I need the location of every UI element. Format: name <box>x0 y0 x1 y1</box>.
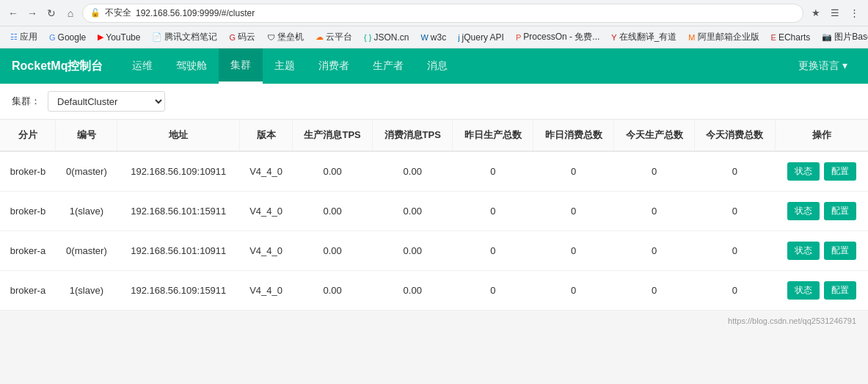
bookmark-apps-label: 应用 <box>20 31 37 43</box>
menu-button[interactable]: ⋮ <box>846 5 862 21</box>
cell-8: 0 <box>614 192 695 231</box>
json-icon: { } <box>364 33 371 42</box>
bookmark-apps[interactable]: ☷ 应用 <box>6 29 42 45</box>
col-today-produce: 今天生产总数 <box>614 120 695 151</box>
cell-3: V4_4_0 <box>240 192 293 231</box>
config-button[interactable]: 配置 <box>824 242 856 260</box>
config-button[interactable]: 配置 <box>824 281 856 300</box>
browser-chrome: ← → ↻ ⌂ 🔓 不安全 192.168.56.109:9999/#/clus… <box>0 0 868 26</box>
gitee-icon: G <box>229 33 236 42</box>
bookmark-youtube[interactable]: ▶ YouTube <box>93 31 145 44</box>
bookmark-processon-label: ProcessOn - 免费... <box>523 31 599 43</box>
back-button[interactable]: ← <box>6 6 21 21</box>
bookmark-gitee[interactable]: G 码云 <box>225 29 260 45</box>
bookmark-w3c-label: w3c <box>431 32 446 43</box>
cell-6: 0 <box>453 151 533 192</box>
jquery-icon: j <box>458 33 459 42</box>
table-row: broker-b1(slave)192.168.56.101:15911V4_4… <box>0 192 868 231</box>
address-bar[interactable]: 🔓 不安全 192.168.56.109:9999/#/cluster <box>82 4 803 23</box>
extensions-button[interactable]: ☰ <box>827 5 843 21</box>
address-text: 192.168.56.109:9999/#/cluster <box>136 8 255 18</box>
cell-4: 0.00 <box>293 231 373 271</box>
config-button[interactable]: 配置 <box>824 162 856 181</box>
cell-0: broker-b <box>0 192 56 231</box>
table-container: 分片 编号 地址 版本 生产消息TPS 消费消息TPS 昨日生产总数 昨日消费总… <box>0 120 868 311</box>
bookmark-youdao-label: 在线翻译_有道 <box>619 31 677 43</box>
tencent-icon: 📄 <box>152 32 162 42</box>
status-button[interactable]: 状态 <box>787 281 820 300</box>
ali-icon: M <box>688 33 695 42</box>
cell-8: 0 <box>614 151 695 192</box>
status-button[interactable]: 状态 <box>787 162 820 181</box>
echarts-icon: E <box>771 33 776 42</box>
cell-7: 0 <box>533 271 614 311</box>
nav-dashboard[interactable]: 驾驶舱 <box>164 48 219 84</box>
nav-topic[interactable]: 主题 <box>263 48 307 84</box>
security-label: 不安全 <box>105 7 131 19</box>
status-button[interactable]: 状态 <box>787 202 820 220</box>
forward-button[interactable]: → <box>25 6 40 21</box>
bookmark-baolei[interactable]: 🛡 堡垒机 <box>263 29 308 45</box>
bookmark-json[interactable]: { } JSON.cn <box>360 31 413 44</box>
cell-5: 0.00 <box>373 151 453 192</box>
bookmark-w3c[interactable]: W w3c <box>416 31 451 44</box>
status-button[interactable]: 状态 <box>787 242 820 260</box>
cell-1: 1(slave) <box>56 192 117 231</box>
cluster-select[interactable]: DefaultCluster <box>48 91 165 112</box>
cell-2: 192.168.56.101:15911 <box>117 192 240 231</box>
cell-9: 0 <box>694 192 775 231</box>
youdao-icon: Y <box>611 33 616 42</box>
bookmark-echarts[interactable]: E ECharts <box>767 31 815 44</box>
nav-consumer[interactable]: 消费者 <box>307 48 361 84</box>
google-icon: G <box>49 33 56 42</box>
bookmark-processon[interactable]: P ProcessOn - 免费... <box>511 29 604 45</box>
action-cell: 状态配置 <box>775 271 868 311</box>
bookmark-cloud[interactable]: ☁ 云平台 <box>311 29 357 45</box>
bookmarks-bar: ☷ 应用 G Google ▶ YouTube 📄 腾讯文档笔记 G 码云 🛡 … <box>0 26 868 48</box>
cell-1: 1(slave) <box>56 271 117 311</box>
bookmark-jquery-label: jQuery API <box>462 32 504 43</box>
bookmark-youtube-label: YouTube <box>106 32 140 43</box>
bookmark-ali[interactable]: M 阿里邮箱企业版 <box>684 29 763 45</box>
col-yesterday-produce: 昨日生产总数 <box>453 120 533 151</box>
table-body: broker-b0(master)192.168.56.109:10911V4_… <box>0 151 868 311</box>
cell-5: 0.00 <box>373 271 453 311</box>
lang-switch[interactable]: 更换语言 ▾ <box>789 59 856 73</box>
bookmark-ali-label: 阿里邮箱企业版 <box>698 31 759 43</box>
col-yesterday-consume: 昨日消费总数 <box>533 120 614 151</box>
table-row: broker-a1(slave)192.168.56.109:15911V4_4… <box>0 271 868 311</box>
cell-1: 0(master) <box>56 151 117 192</box>
bookmark-google[interactable]: G Google <box>45 31 90 44</box>
cell-7: 0 <box>533 151 614 192</box>
cell-9: 0 <box>694 271 775 311</box>
bookmark-echarts-label: ECharts <box>778 32 810 43</box>
nav-message[interactable]: 消息 <box>415 48 459 84</box>
cell-2: 192.168.56.109:15911 <box>117 271 240 311</box>
nav-ops[interactable]: 运维 <box>120 48 164 84</box>
bookmark-json-label: JSON.cn <box>373 32 409 43</box>
nav-cluster[interactable]: 集群 <box>219 48 263 84</box>
cluster-label: 集群： <box>12 95 40 108</box>
cell-6: 0 <box>453 192 533 231</box>
bookmark-tencent-label: 腾讯文档笔记 <box>164 31 217 43</box>
table-row: broker-a0(master)192.168.56.101:10911V4_… <box>0 231 868 271</box>
nav-producer[interactable]: 生产者 <box>361 48 415 84</box>
action-cell: 状态配置 <box>775 231 868 271</box>
reload-button[interactable]: ↻ <box>44 6 59 21</box>
browser-actions: ★ ☰ ⋮ <box>808 5 862 21</box>
config-button[interactable]: 配置 <box>824 202 856 220</box>
bookmark-tencent[interactable]: 📄 腾讯文档笔记 <box>147 29 222 45</box>
cell-4: 0.00 <box>293 192 373 231</box>
home-button[interactable]: ⌂ <box>63 6 78 21</box>
bookmark-star[interactable]: ★ <box>808 5 824 21</box>
app-logo: RocketMq控制台 <box>12 59 103 74</box>
cell-7: 0 <box>533 192 614 231</box>
bookmark-jquery[interactable]: j jQuery API <box>453 31 508 44</box>
broker-table: 分片 编号 地址 版本 生产消息TPS 消费消息TPS 昨日生产总数 昨日消费总… <box>0 120 868 311</box>
bookmark-youdao[interactable]: Y 在线翻译_有道 <box>607 29 681 45</box>
col-produce-tps: 生产消息TPS <box>293 120 373 151</box>
bookmark-img[interactable]: 📷 图片Base64 <box>817 29 868 45</box>
action-cell: 状态配置 <box>775 192 868 231</box>
col-action: 操作 <box>775 120 868 151</box>
cell-8: 0 <box>614 231 695 271</box>
